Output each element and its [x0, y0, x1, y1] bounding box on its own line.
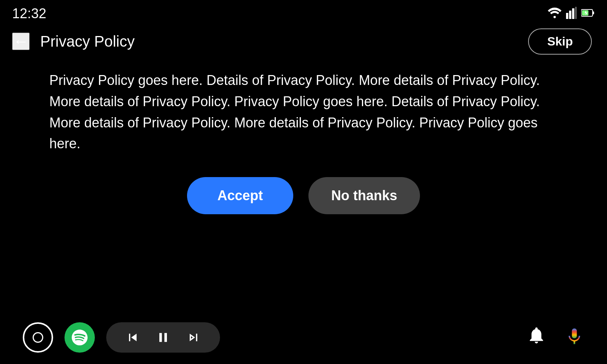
policy-content: Privacy Policy goes here. Details of Pri… [0, 58, 607, 311]
nav-right [527, 325, 584, 350]
record-button[interactable] [23, 322, 53, 353]
spotify-button[interactable] [64, 322, 95, 353]
pause-icon [156, 330, 171, 345]
bottom-bar [0, 311, 607, 364]
no-thanks-button[interactable]: No thanks [308, 177, 420, 214]
mic-icon [565, 327, 584, 347]
signal-icon [566, 7, 577, 20]
next-button[interactable] [186, 330, 201, 345]
svg-rect-1 [566, 13, 568, 19]
media-controls [106, 322, 220, 353]
prev-button[interactable] [125, 330, 140, 345]
battery-icon [581, 9, 595, 19]
policy-text: Privacy Policy goes here. Details of Pri… [49, 70, 558, 154]
status-icons [548, 7, 595, 20]
status-time: 12:32 [12, 6, 46, 22]
main-content: ← Privacy Policy Skip Privacy Policy goe… [0, 24, 607, 311]
action-buttons: Accept No thanks [49, 177, 558, 229]
microphone-button[interactable] [565, 327, 584, 348]
svg-rect-4 [575, 7, 577, 19]
toolbar: ← Privacy Policy Skip [0, 24, 607, 58]
accept-button[interactable]: Accept [187, 177, 293, 214]
bottom-bar-inner [23, 322, 584, 353]
record-inner-circle [33, 332, 43, 343]
toolbar-left: ← Privacy Policy [12, 33, 135, 50]
svg-rect-6 [593, 11, 594, 14]
nav-left [23, 322, 95, 353]
svg-point-0 [554, 16, 556, 18]
back-button[interactable]: ← [12, 33, 30, 50]
svg-rect-2 [569, 11, 571, 19]
status-bar: 12:32 [0, 0, 607, 24]
pause-button[interactable] [156, 330, 171, 345]
next-icon [186, 330, 201, 345]
bell-icon [527, 325, 546, 345]
notification-button[interactable] [527, 325, 546, 350]
skip-button[interactable]: Skip [528, 28, 592, 55]
svg-rect-3 [572, 8, 574, 19]
wifi-icon [548, 8, 561, 20]
page-title: Privacy Policy [40, 33, 135, 50]
spotify-icon [70, 328, 89, 347]
prev-icon [125, 330, 140, 345]
